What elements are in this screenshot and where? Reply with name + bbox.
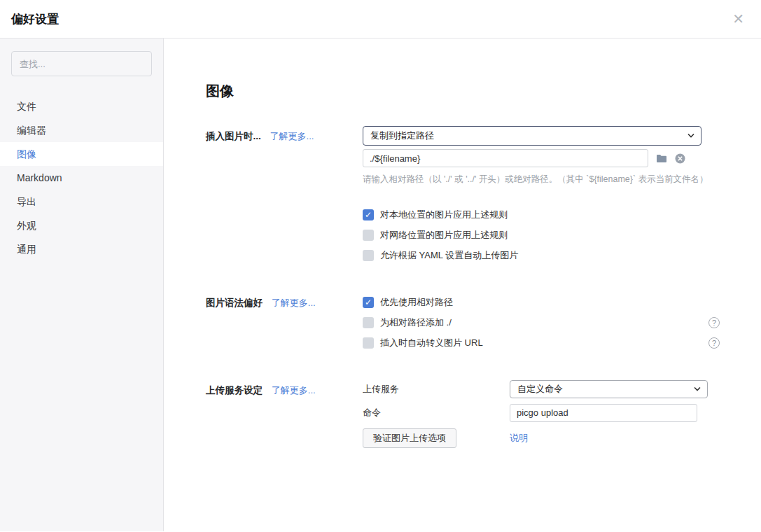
command-label: 命令 xyxy=(363,407,510,419)
command-input[interactable] xyxy=(510,404,697,422)
insert-image-label: 插入图片时... xyxy=(206,131,261,141)
sidebar-item-general[interactable]: 通用 xyxy=(0,237,163,261)
command-row: 命令 xyxy=(363,404,720,422)
prefer-relative-path-label: 优先使用相对路径 xyxy=(380,296,453,309)
sidebar-item-editor[interactable]: 编辑器 xyxy=(0,118,163,142)
apply-web-images-row: 对网络位置的图片应用上述规则 xyxy=(363,225,720,246)
search-box xyxy=(11,51,152,76)
upload-service-label: 上传服务 xyxy=(363,383,510,396)
sidebar-item-image[interactable]: 图像 xyxy=(0,142,163,166)
window-title: 偏好设置 xyxy=(11,11,59,27)
upload-service-row: 上传服务 自定义命令 xyxy=(363,380,720,398)
insert-learn-more-link[interactable]: 了解更多... xyxy=(270,131,314,141)
path-hint-text: 请输入相对路径（以 './' 或 '../' 开头）或绝对路径。（其中 `${f… xyxy=(363,174,720,186)
syntax-learn-more-link[interactable]: 了解更多... xyxy=(272,298,316,308)
add-dot-slash-label: 为相对路径添加 ./ xyxy=(380,316,452,329)
sidebar-item-markdown[interactable]: Markdown xyxy=(0,166,163,190)
section-image-syntax: 图片语法偏好 了解更多... 优先使用相对路径 为相对路径添加 ./ ? 插入时… xyxy=(206,293,761,354)
chevron-down-icon xyxy=(694,386,701,391)
apply-local-images-checkbox[interactable] xyxy=(363,209,374,220)
upload-help-link[interactable]: 说明 xyxy=(510,432,528,444)
validate-row: 验证图片上传选项 说明 xyxy=(363,428,720,448)
upload-service-section-label: 上传服务设定 xyxy=(206,385,263,396)
close-icon[interactable]: ✕ xyxy=(729,9,747,29)
prefer-relative-path-row: 优先使用相对路径 xyxy=(363,293,720,313)
section-insert-image: 插入图片时... 了解更多... 复制到指定路径 xyxy=(206,126,761,266)
yaml-auto-upload-checkbox[interactable] xyxy=(363,250,374,261)
image-syntax-label: 图片语法偏好 xyxy=(206,298,263,308)
help-icon[interactable]: ? xyxy=(708,337,720,349)
add-dot-slash-row: 为相对路径添加 ./ ? xyxy=(363,313,720,333)
help-icon[interactable]: ? xyxy=(708,317,720,328)
folder-icon[interactable] xyxy=(656,154,667,163)
escape-url-checkbox[interactable] xyxy=(363,337,374,349)
chevron-down-icon xyxy=(687,133,694,138)
sidebar-item-files[interactable]: 文件 xyxy=(0,94,163,118)
insert-action-value: 复制到指定路径 xyxy=(370,130,434,142)
upload-service-select[interactable]: 自定义命令 xyxy=(510,380,708,398)
sidebar-item-export[interactable]: 导出 xyxy=(0,190,163,214)
yaml-auto-upload-label: 允许根据 YAML 设置自动上传图片 xyxy=(380,249,518,262)
sidebar-item-appearance[interactable]: 外观 xyxy=(0,214,163,237)
validate-upload-button[interactable]: 验证图片上传选项 xyxy=(363,428,456,448)
apply-local-images-row: 对本地位置的图片应用上述规则 xyxy=(363,205,720,225)
image-path-input[interactable] xyxy=(363,149,648,167)
sidebar: 文件 编辑器 图像 Markdown 导出 外观 通用 xyxy=(0,38,164,531)
add-dot-slash-checkbox[interactable] xyxy=(363,317,374,328)
upload-service-value: 自定义命令 xyxy=(517,383,563,396)
titlebar: 偏好设置 ✕ xyxy=(0,0,761,38)
escape-url-label: 插入时自动转义图片 URL xyxy=(380,337,483,349)
apply-web-images-label: 对网络位置的图片应用上述规则 xyxy=(380,229,508,241)
escape-url-row: 插入时自动转义图片 URL ? xyxy=(363,333,720,354)
apply-local-images-label: 对本地位置的图片应用上述规则 xyxy=(380,209,508,221)
section-upload-service: 上传服务设定 了解更多... 上传服务 自定义命令 命令 xyxy=(206,380,761,448)
settings-panel-image: 图像 插入图片时... 了解更多... 复制到指定路径 xyxy=(164,38,761,531)
prefer-relative-path-checkbox[interactable] xyxy=(363,297,374,308)
apply-web-images-checkbox[interactable] xyxy=(363,230,374,241)
insert-action-select[interactable]: 复制到指定路径 xyxy=(363,126,701,146)
upload-learn-more-link[interactable]: 了解更多... xyxy=(272,385,316,396)
page-title: 图像 xyxy=(206,82,761,101)
clear-path-icon[interactable] xyxy=(675,153,685,164)
search-input[interactable] xyxy=(11,51,152,76)
yaml-auto-upload-row: 允许根据 YAML 设置自动上传图片 xyxy=(363,246,720,266)
